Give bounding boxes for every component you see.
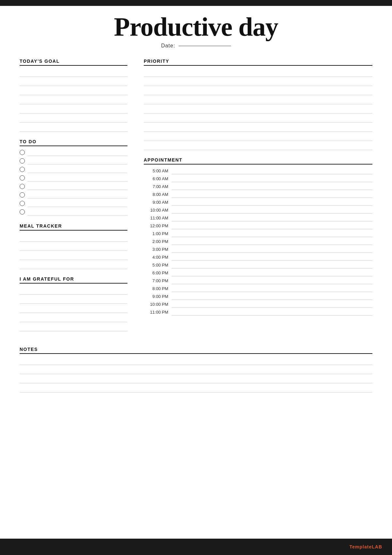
meal-line-4[interactable] (20, 261, 127, 269)
notes-section: NOTES (20, 347, 372, 393)
goal-line-5[interactable] (20, 105, 127, 113)
appt-line-1200pm[interactable] (172, 222, 372, 229)
todo-item-5 (20, 183, 127, 190)
priority-line-5[interactable] (144, 105, 372, 113)
priority-line-4[interactable] (144, 96, 372, 104)
appt-row-800am: 8:00 AM (144, 191, 372, 198)
appt-line-300pm[interactable] (172, 246, 372, 253)
notes-line-3[interactable] (20, 375, 372, 383)
todo-circle-7[interactable] (20, 201, 25, 206)
appt-line-200pm[interactable] (172, 238, 372, 245)
appt-row-800pm: 8:00 PM (144, 285, 372, 292)
priority-line-3[interactable] (144, 87, 372, 95)
page-title: Productive day (20, 12, 372, 41)
todo-circle-6[interactable] (20, 192, 25, 198)
grateful-line-1[interactable] (20, 286, 127, 295)
appt-line-900am[interactable] (172, 199, 372, 206)
grateful-line-2[interactable] (20, 295, 127, 304)
appt-line-100pm[interactable] (172, 230, 372, 237)
main-grid: TODAY'S GOAL TO DO (20, 59, 372, 338)
todo-line-7[interactable] (27, 200, 127, 207)
todo-item-1 (20, 149, 127, 156)
todo-line-8[interactable] (27, 208, 127, 216)
goal-line-4[interactable] (20, 96, 127, 104)
time-1000pm: 10:00 PM (144, 302, 168, 307)
todo-line-1[interactable] (27, 149, 127, 156)
todo-item-4 (20, 174, 127, 182)
todo-circle-3[interactable] (20, 167, 25, 172)
brand-logo: TemplateLAB (350, 544, 382, 549)
grateful-title: I AM GRATEFUL FOR (20, 276, 127, 284)
notes-line-4[interactable] (20, 384, 372, 392)
goal-line-1[interactable] (20, 68, 127, 77)
appt-row-1100am: 11:00 AM (144, 214, 372, 221)
todo-line-2[interactable] (27, 157, 127, 165)
notes-line-1[interactable] (20, 356, 372, 365)
meal-line-2[interactable] (20, 242, 127, 251)
appt-line-600am[interactable] (172, 175, 372, 182)
appt-line-800pm[interactable] (172, 285, 372, 292)
appt-line-400pm[interactable] (172, 253, 372, 261)
top-bar (0, 0, 392, 6)
time-800am: 8:00 AM (144, 192, 168, 197)
appt-row-700am: 7:00 AM (144, 183, 372, 190)
priority-line-2[interactable] (144, 78, 372, 86)
priority-line-7[interactable] (144, 123, 372, 132)
appointment-section: APPOINTMENT 5:00 AM 6:00 AM 7:00 AM 8:00… (144, 157, 372, 316)
todo-circle-4[interactable] (20, 175, 25, 181)
appt-line-1000am[interactable] (172, 206, 372, 214)
todo-item-3 (20, 166, 127, 173)
appt-line-500am[interactable] (172, 167, 372, 174)
goal-line-7[interactable] (20, 123, 127, 132)
appt-row-600am: 6:00 AM (144, 175, 372, 182)
time-1200pm: 12:00 PM (144, 223, 168, 228)
priority-line-8[interactable] (144, 132, 372, 141)
todo-circle-1[interactable] (20, 150, 25, 155)
appt-line-600pm[interactable] (172, 269, 372, 276)
priority-line-1[interactable] (144, 68, 372, 77)
meal-line-1[interactable] (20, 233, 127, 242)
appt-line-500pm[interactable] (172, 261, 372, 269)
appt-line-1100pm[interactable] (172, 308, 372, 316)
appt-row-900pm: 9:00 PM (144, 293, 372, 300)
todo-line-5[interactable] (27, 183, 127, 190)
notes-line-2[interactable] (20, 366, 372, 374)
grateful-line-4[interactable] (20, 314, 127, 322)
goal-line-6[interactable] (20, 114, 127, 123)
appt-row-600pm: 6:00 PM (144, 269, 372, 276)
todo-circle-8[interactable] (20, 209, 25, 215)
meal-line-3[interactable] (20, 251, 127, 260)
appt-line-1100am[interactable] (172, 214, 372, 221)
appt-line-800am[interactable] (172, 191, 372, 198)
todo-line-6[interactable] (27, 191, 127, 199)
appt-row-1000pm: 10:00 PM (144, 301, 372, 308)
appointment-title: APPOINTMENT (144, 157, 372, 165)
date-underline[interactable] (179, 46, 231, 46)
todo-title: TO DO (20, 139, 127, 146)
time-100pm: 1:00 PM (144, 231, 168, 236)
priority-line-9[interactable] (144, 142, 372, 150)
page-header: Productive day Date: (20, 12, 372, 49)
appt-line-700am[interactable] (172, 183, 372, 190)
date-label: Date: (161, 43, 175, 48)
appt-line-900pm[interactable] (172, 293, 372, 300)
grateful-line-3[interactable] (20, 304, 127, 313)
todo-line-3[interactable] (27, 166, 127, 173)
appt-row-200pm: 2:00 PM (144, 238, 372, 245)
todo-line-4[interactable] (27, 174, 127, 182)
brand-prefix: Template (350, 544, 372, 549)
notes-lines (20, 356, 372, 393)
todo-item-8 (20, 208, 127, 216)
page-content: Productive day Date: TODAY'S GOAL (0, 6, 392, 416)
grateful-line-5[interactable] (20, 323, 127, 331)
todo-circle-2[interactable] (20, 158, 25, 164)
appt-row-500am: 5:00 AM (144, 167, 372, 174)
goal-line-3[interactable] (20, 87, 127, 95)
priority-line-6[interactable] (144, 114, 372, 123)
appt-line-700pm[interactable] (172, 277, 372, 284)
appt-line-1000pm[interactable] (172, 301, 372, 308)
date-line: Date: (20, 43, 372, 49)
goal-line-2[interactable] (20, 78, 127, 86)
appt-row-1000am: 10:00 AM (144, 206, 372, 214)
todo-circle-5[interactable] (20, 184, 25, 189)
